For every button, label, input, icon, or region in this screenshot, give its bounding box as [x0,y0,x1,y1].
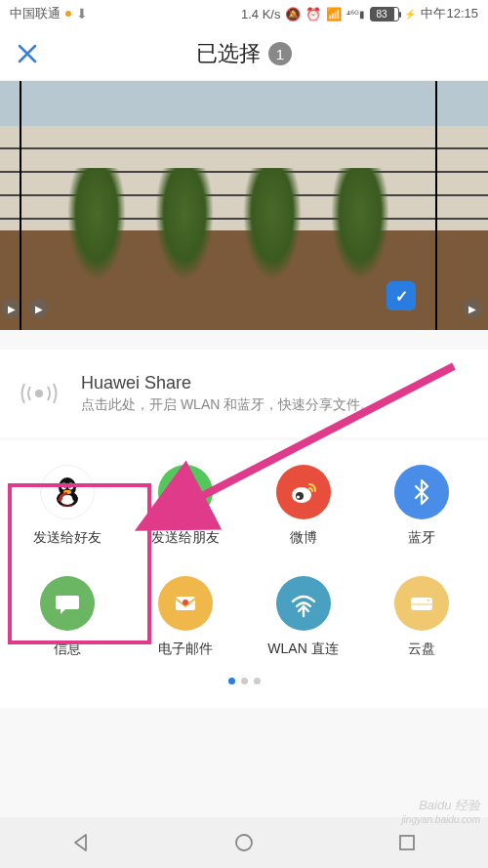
svg-rect-21 [411,604,432,610]
close-icon [17,43,38,64]
cloud-icon [394,576,449,631]
svg-point-16 [296,492,304,500]
share-label: 电子邮件 [158,641,213,658]
svg-point-6 [68,485,71,488]
bluetooth-icon [394,465,449,519]
share-item-weibo[interactable]: 微博 [244,465,362,547]
selected-check-icon[interactable]: ✓ [386,281,416,310]
qq-icon [40,465,95,519]
share-grid: 发送给好友 发送给朋友 [0,455,488,668]
page-indicator [0,668,488,698]
page-dot [254,678,261,684]
status-bar: 中国联通 ⬇ 1.4 K/s 🔕 ⏰ 📶 ⁴⁶ᴳ▮ 83 ⚡ 中午12:15 [0,0,488,27]
share-item-sms[interactable]: 信息 [8,576,126,658]
play-icon: ▶ [29,299,49,318]
svg-point-12 [183,486,185,489]
alarm-icon: ⏰ [305,7,321,21]
selection-header: 已选择 1 [0,27,488,81]
share-label: 微博 [290,529,317,547]
play-icon: ▶ [463,299,482,318]
network-speed: 1.4 K/s [241,7,280,21]
share-label: 蓝牙 [408,529,435,547]
mute-icon: 🔕 [285,7,301,21]
svg-rect-25 [400,836,414,849]
clock-time: 中午12:15 [421,5,478,22]
charging-icon: ⚡ [404,9,416,20]
share-sheet: 发送给好友 发送给朋友 [0,440,488,708]
nav-recent-button[interactable] [378,833,436,852]
nav-home-button[interactable] [215,832,273,853]
sms-icon [40,576,95,631]
wlan-direct-icon [276,576,331,631]
share-label: 信息 [54,641,81,658]
huawei-share-text: Huawei Share 点击此处，开启 WLAN 和蓝牙，快速分享文件。 [81,373,473,414]
nav-back-button[interactable] [52,832,110,853]
svg-point-17 [296,495,299,498]
wechat-icon [158,465,213,519]
share-item-bluetooth[interactable]: 蓝牙 [362,465,480,547]
battery-icon: 83 [370,7,399,21]
share-item-wechat[interactable]: 发送给朋友 [126,465,244,547]
back-triangle-icon [70,832,92,853]
svg-point-23 [427,599,429,601]
signal-icon: ⁴⁶ᴳ▮ [346,9,365,20]
huawei-share-icon [15,369,63,418]
watermark-brand: Baidu 经验 [419,798,480,812]
share-item-qq[interactable]: 发送给好友 [8,465,126,547]
android-nav-bar [0,817,488,868]
status-left: 中国联通 ⬇ [10,5,88,22]
header-title-group: 已选择 1 [196,39,292,68]
play-icon: ▶ [2,299,21,318]
carrier-text: 中国联通 [10,5,61,22]
page-dot [241,678,248,684]
svg-point-24 [236,835,252,850]
email-icon [158,576,213,631]
svg-point-14 [191,493,193,495]
weibo-icon [276,465,331,519]
svg-rect-22 [411,604,432,605]
share-item-email[interactable]: 电子邮件 [126,576,244,658]
share-label: 云盘 [408,641,435,658]
status-right: 1.4 K/s 🔕 ⏰ 📶 ⁴⁶ᴳ▮ 83 ⚡ 中午12:15 [241,5,478,22]
photo-prev-peek[interactable]: ▶ [0,81,21,330]
photo-next-peek[interactable]: ▶ [437,81,488,330]
close-button[interactable] [0,43,55,64]
svg-point-5 [63,485,66,488]
share-label: 发送给好友 [33,529,102,547]
huawei-share-subtitle: 点击此处，开启 WLAN 和蓝牙，快速分享文件。 [81,396,473,414]
huawei-share-banner[interactable]: Huawei Share 点击此处，开启 WLAN 和蓝牙，快速分享文件。 [0,350,488,437]
recent-square-icon [397,833,417,852]
photo-selected[interactable]: ✓ ▶ [21,81,437,330]
selection-count-badge: 1 [268,42,292,65]
svg-point-13 [186,493,188,495]
page-dot-active [228,678,235,684]
header-title-text: 已选择 [196,39,261,68]
svg-point-19 [183,599,188,605]
svg-point-10 [183,489,197,502]
status-dot-icon [65,11,71,17]
share-label: WLAN 直连 [267,641,338,658]
download-arrow-icon: ⬇ [76,6,88,21]
wifi-icon: 📶 [326,7,342,21]
photo-carousel[interactable]: ▶ ✓ ▶ ▶ [0,81,488,330]
huawei-share-title: Huawei Share [81,373,473,393]
share-item-cloud[interactable]: 云盘 [362,576,480,658]
svg-point-0 [35,390,43,397]
home-circle-icon [233,832,255,853]
share-label: 发送给朋友 [151,529,220,547]
share-item-wlan-direct[interactable]: WLAN 直连 [244,576,362,658]
svg-point-11 [177,486,180,489]
